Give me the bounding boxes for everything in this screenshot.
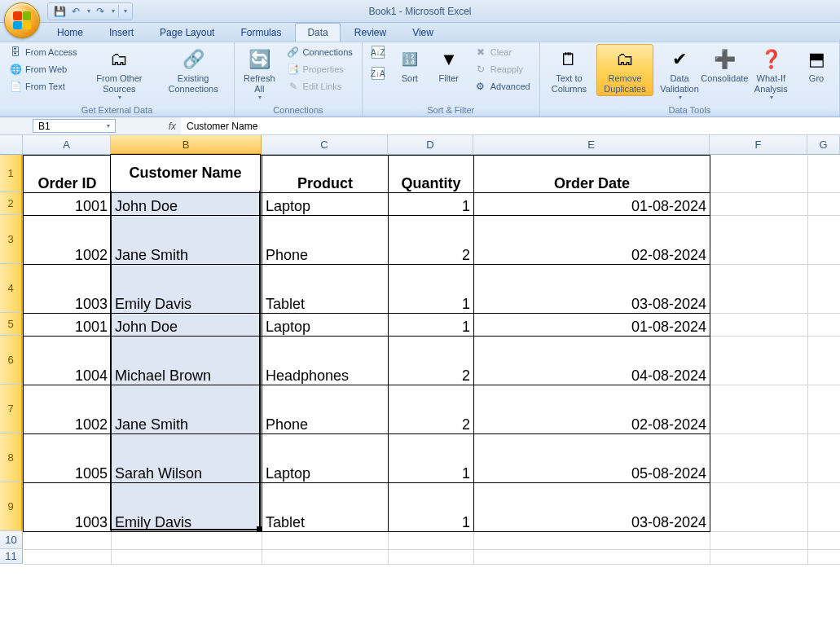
existing-connections-button[interactable]: 🔗 Existing Connections	[157, 44, 229, 96]
cell-G3[interactable]	[808, 216, 841, 265]
cell-A6[interactable]: 1004	[24, 337, 112, 385]
cell-A1[interactable]: Order ID	[24, 156, 112, 193]
row-header-2[interactable]: 2	[0, 192, 23, 215]
select-all-corner[interactable]	[0, 135, 23, 155]
cell-C11[interactable]	[262, 550, 389, 565]
row-header-5[interactable]: 5	[0, 313, 23, 336]
cell-E6[interactable]: 04-08-2024	[474, 337, 710, 385]
cell-B9[interactable]: Emily Davis	[112, 483, 262, 532]
cell-G9[interactable]	[808, 483, 841, 532]
cell-G1[interactable]	[808, 156, 841, 193]
cell-B2[interactable]: John Doe	[112, 193, 262, 216]
cell-C4[interactable]: Tablet	[262, 265, 389, 314]
office-button[interactable]	[4, 2, 40, 38]
refresh-all-button[interactable]: 🔄 Refresh All ▾	[240, 44, 279, 103]
properties-button[interactable]: 📑Properties	[283, 61, 357, 77]
cell-G8[interactable]	[808, 434, 841, 483]
cell-C7[interactable]: Phone	[262, 385, 389, 434]
cell-C1[interactable]: Product	[262, 156, 389, 193]
connections-button[interactable]: 🔗Connections	[283, 44, 357, 60]
undo-icon[interactable]: ↶	[69, 5, 82, 18]
cell-F9[interactable]	[710, 483, 808, 532]
cell-F7[interactable]	[710, 385, 808, 434]
tab-view[interactable]: View	[400, 23, 446, 42]
cell-C6[interactable]: Headphones	[262, 337, 389, 385]
cell-B5[interactable]: John Doe	[112, 314, 262, 337]
cell-E10[interactable]	[474, 532, 710, 550]
remove-duplicates-button[interactable]: 🗂 Remove Duplicates	[596, 44, 653, 96]
cell-B3[interactable]: Jane Smith	[112, 216, 262, 265]
cell-F10[interactable]	[710, 532, 808, 550]
consolidate-button[interactable]: ➕ Consolidate	[706, 44, 743, 86]
cell-E11[interactable]	[474, 550, 710, 565]
cell-A9[interactable]: 1003	[24, 483, 112, 532]
cell-C9[interactable]: Tablet	[262, 483, 389, 532]
cell-G2[interactable]	[808, 193, 841, 216]
save-icon[interactable]: 💾	[53, 5, 66, 18]
spreadsheet-grid[interactable]: ABCDEFG 1234567891011 Order IDCustomer N…	[0, 135, 840, 638]
cell-F1[interactable]	[710, 156, 808, 193]
cell-E5[interactable]: 01-08-2024	[474, 314, 710, 337]
cell-B7[interactable]: Jane Smith	[112, 385, 262, 434]
sort-ascending-button[interactable]: A↓Z	[367, 44, 389, 60]
cell-A2[interactable]: 1001	[24, 193, 112, 216]
cell-G5[interactable]	[808, 314, 841, 337]
edit-links-button[interactable]: ✎Edit Links	[283, 78, 357, 95]
row-header-1[interactable]: 1	[0, 155, 23, 192]
formula-input[interactable]: Customer Name	[181, 117, 840, 134]
column-header-C[interactable]: C	[262, 135, 388, 155]
from-other-sources-button[interactable]: 🗂 From Other Sources ▾	[85, 44, 155, 103]
cell-C8[interactable]: Laptop	[262, 434, 389, 483]
row-header-9[interactable]: 9	[0, 482, 23, 531]
tab-home[interactable]: Home	[45, 23, 95, 42]
group-button[interactable]: ⬒ Gro	[798, 44, 834, 86]
cell-E7[interactable]: 02-08-2024	[474, 385, 710, 434]
cell-E4[interactable]: 03-08-2024	[474, 265, 710, 314]
tab-page-layout[interactable]: Page Layout	[147, 23, 226, 42]
advanced-button[interactable]: ⚙Advanced	[470, 78, 534, 95]
row-header-11[interactable]: 11	[0, 549, 23, 564]
cell-E2[interactable]: 01-08-2024	[474, 193, 710, 216]
column-header-D[interactable]: D	[388, 135, 473, 155]
cell-E3[interactable]: 02-08-2024	[474, 216, 710, 265]
cell-A7[interactable]: 1002	[24, 385, 112, 434]
column-header-F[interactable]: F	[710, 135, 807, 155]
tab-data[interactable]: Data	[295, 23, 340, 42]
cell-F3[interactable]	[710, 216, 808, 265]
from-access-button[interactable]: 🗄From Access	[5, 44, 81, 60]
row-header-7[interactable]: 7	[0, 385, 23, 433]
cell-D6[interactable]: 2	[389, 337, 474, 385]
chevron-down-icon[interactable]: ▾	[87, 7, 90, 15]
sort-button[interactable]: 🔢 Sort	[392, 44, 428, 86]
whatif-analysis-button[interactable]: ❓ What-If Analysis ▾	[747, 44, 795, 103]
cell-D5[interactable]: 1	[389, 314, 474, 337]
cell-G11[interactable]	[808, 550, 841, 565]
cell-D9[interactable]: 1	[389, 483, 474, 532]
cell-D4[interactable]: 1	[389, 265, 474, 314]
cell-C5[interactable]: Laptop	[262, 314, 389, 337]
cell-B6[interactable]: Michael Brown	[112, 337, 262, 385]
reapply-button[interactable]: ↻Reapply	[470, 61, 534, 77]
filter-button[interactable]: ▼ Filter	[431, 44, 467, 86]
cell-D1[interactable]: Quantity	[389, 156, 474, 193]
row-header-3[interactable]: 3	[0, 215, 23, 264]
cell-F5[interactable]	[710, 314, 808, 337]
cell-A8[interactable]: 1005	[24, 434, 112, 483]
tab-insert[interactable]: Insert	[97, 23, 146, 42]
cell-A3[interactable]: 1002	[24, 216, 112, 265]
cell-A5[interactable]: 1001	[24, 314, 112, 337]
cell-C10[interactable]	[262, 532, 389, 550]
cell-B10[interactable]	[112, 532, 262, 550]
customize-qat-icon[interactable]: ▾	[124, 7, 127, 15]
sort-descending-button[interactable]: Z↓A	[367, 65, 389, 81]
cell-A10[interactable]	[24, 532, 112, 550]
cell-A11[interactable]	[24, 550, 112, 565]
column-header-B[interactable]: B	[111, 135, 262, 155]
row-header-10[interactable]: 10	[0, 531, 23, 549]
cell-F8[interactable]	[710, 434, 808, 483]
cell-E9[interactable]: 03-08-2024	[474, 483, 710, 532]
name-box[interactable]: B1 ▾	[33, 119, 116, 133]
chevron-down-icon[interactable]: ▾	[107, 122, 110, 130]
cell-B4[interactable]: Emily Davis	[112, 265, 262, 314]
row-header-4[interactable]: 4	[0, 264, 23, 313]
